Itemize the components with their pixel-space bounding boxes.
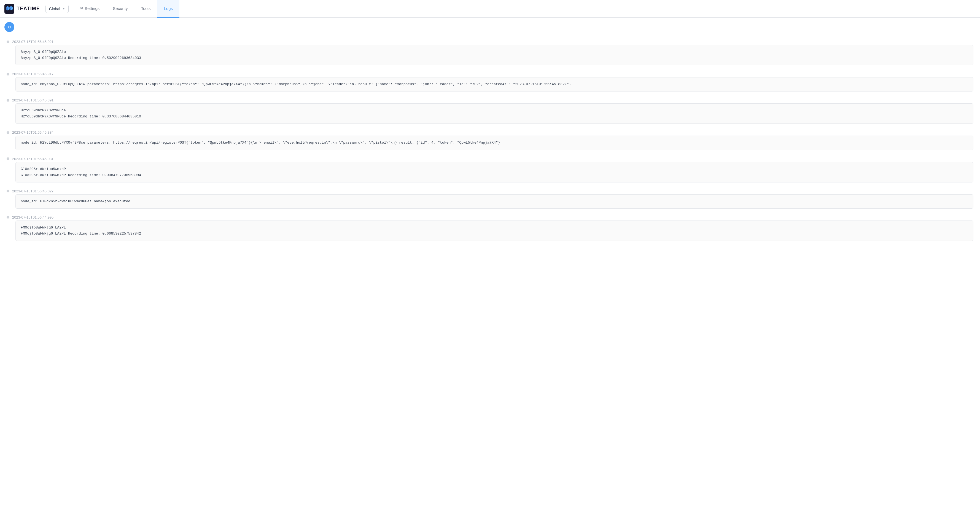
log-container: 2023-07-15T01:56:45.921 8myzpnS_O-0fF0pQ… [0, 37, 980, 251]
list-item: 2023-07-15T01:56:45.921 8myzpnS_O-0fF0pQ… [0, 37, 980, 68]
log-dot [6, 99, 10, 102]
logo-icon [5, 4, 14, 14]
log-content: node_id: 8myzpnS_O-0fF0pQ9ZA1w parameter… [16, 77, 974, 91]
list-item: 2023-07-15T01:56:45.391 H2YcLD9dbtPYXOvf… [0, 95, 980, 127]
chevron-down-icon: ▼ [62, 7, 65, 10]
settings-mail-icon: ✉ [80, 6, 83, 11]
log-timestamp: 2023-07-15T01:56:45.027 [12, 189, 54, 193]
list-item: 2023-07-15T01:56:45.031 Gl0d2G5r-dWsiuu5… [0, 153, 980, 186]
log-timestamp: 2023-07-15T01:56:45.031 [12, 157, 54, 161]
navbar: TEATIME Global ▼ ✉ Settings Security Too… [0, 0, 980, 18]
list-item: 2023-07-15T01:56:44.995 FMMcjTo8WFWRjg6T… [0, 212, 980, 244]
log-content: H2YcLD9dbtPYXOvf9P8ce H2YcLD9dbtPYXOvf9P… [16, 103, 974, 124]
log-entry-meta: 2023-07-15T01:56:45.921 [0, 37, 980, 45]
log-timestamp: 2023-07-15T01:56:45.384 [12, 131, 54, 134]
tab-security[interactable]: Security [106, 0, 134, 18]
refresh-button[interactable]: ↻ [5, 22, 14, 32]
log-dot [6, 131, 10, 134]
global-selector[interactable]: Global ▼ [46, 5, 68, 13]
nav-tabs: ✉ Settings Security Tools Logs [73, 0, 180, 18]
log-dot [6, 189, 10, 193]
tab-settings-label: Settings [84, 6, 100, 11]
log-entry-meta: 2023-07-15T01:56:45.384 [0, 127, 980, 135]
log-content: node_id: Gl0d2G5r-dWsiuu5wmkdPGet name&j… [16, 194, 974, 209]
tab-security-label: Security [113, 6, 127, 11]
log-entry-meta: 2023-07-15T01:56:45.031 [0, 153, 980, 162]
log-timestamp: 2023-07-15T01:56:45.921 [12, 40, 54, 44]
tab-logs-label: Logs [164, 6, 173, 11]
log-dot [6, 216, 10, 218]
list-item: 2023-07-15T01:56:45.917 node_id: 8myzpnS… [0, 68, 980, 95]
log-dot [6, 73, 10, 75]
list-item: 2023-07-15T01:56:45.384 node_id: H2YcLD9… [0, 127, 980, 153]
log-dot [6, 158, 10, 160]
logo-text: TEATIME [16, 6, 40, 11]
log-content: FMMcjTo8WFWRjg6TLA2Pl FMMcjTo8WFWRjg6TLA… [16, 220, 974, 241]
log-entry-meta: 2023-07-15T01:56:45.917 [0, 68, 980, 77]
log-content: node_id: H2YcLD9dbtPYXOvf9P8ce parameter… [16, 135, 974, 150]
log-timestamp: 2023-07-15T01:56:45.391 [12, 98, 54, 102]
log-content: Gl0d2G5r-dWsiuu5wmkdP Gl0d2G5r-dWsiuu5wm… [16, 162, 974, 183]
tab-tools[interactable]: Tools [134, 0, 157, 18]
log-entry-meta: 2023-07-15T01:56:45.391 [0, 95, 980, 103]
log-timestamp: 2023-07-15T01:56:45.917 [12, 72, 54, 76]
tab-settings[interactable]: ✉ Settings [73, 0, 106, 18]
log-dot [6, 40, 10, 43]
global-selector-label: Global [49, 6, 60, 11]
tab-tools-label: Tools [141, 6, 151, 11]
log-entry-meta: 2023-07-15T01:56:44.995 [0, 212, 980, 220]
list-item: 2023-07-15T01:56:45.027 node_id: Gl0d2G5… [0, 186, 980, 212]
log-content: 8myzpnS_O-0fF0pQ9ZA1w 8myzpnS_O-0fF0pQ9Z… [16, 45, 974, 65]
logo-area: TEATIME [5, 4, 40, 14]
log-timestamp: 2023-07-15T01:56:44.995 [12, 215, 54, 220]
refresh-icon: ↻ [8, 24, 11, 30]
tab-logs[interactable]: Logs [157, 0, 180, 18]
log-entry-meta: 2023-07-15T01:56:45.027 [0, 186, 980, 194]
